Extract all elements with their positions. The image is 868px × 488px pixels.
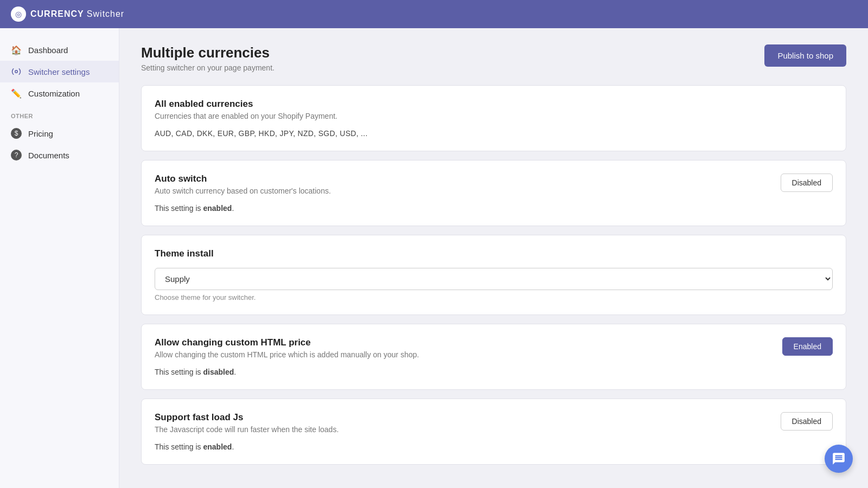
card-header-fast: Support fast load Js The Javascript code… (155, 412, 833, 434)
customization-icon: ✏️ (11, 88, 22, 99)
card-desc-html: Allow changing the custom HTML price whi… (155, 350, 419, 359)
sidebar-item-dashboard[interactable]: 🏠 Dashboard (0, 39, 119, 61)
page-header: Multiple currencies Setting switcher on … (141, 44, 846, 72)
card-header: All enabled currencies Currencies that a… (155, 99, 833, 120)
fast-load-toggle[interactable]: Disabled (781, 412, 833, 431)
card-text-html: Allow changing custom HTML price Allow c… (155, 337, 419, 359)
card-desc-currencies: Currencies that are enabled on your Shop… (155, 112, 337, 120)
pricing-icon: $ (11, 128, 22, 139)
logo-icon: ◎ (11, 7, 26, 22)
page-title: Multiple currencies (141, 44, 275, 61)
main-content: Multiple currencies Setting switcher on … (119, 28, 868, 488)
logo-text: CURRENCY Switcher (30, 9, 124, 19)
card-title-currencies: All enabled currencies (155, 99, 337, 110)
publish-button[interactable]: Publish to shop (764, 44, 846, 67)
custom-html-status: This setting is disabled. (155, 368, 833, 376)
theme-select[interactable]: Supply (155, 268, 833, 290)
svg-point-0 (15, 70, 18, 73)
card-theme-install: Theme install Supply Choose theme for yo… (141, 235, 846, 315)
auto-switch-status: This setting is enabled. (155, 204, 833, 213)
card-fast-load: Support fast load Js The Javascript code… (141, 399, 846, 465)
topbar: ◎ CURRENCY Switcher (0, 0, 868, 28)
sidebar-item-documents[interactable]: ? Documents (0, 144, 119, 166)
sidebar-label-customization: Customization (28, 89, 80, 98)
card-title-html: Allow changing custom HTML price (155, 337, 419, 348)
card-all-currencies: All enabled currencies Currencies that a… (141, 85, 846, 151)
currencies-list: AUD, CAD, DKK, EUR, GBP, HKD, JPY, NZD, … (155, 129, 833, 138)
card-custom-html: Allow changing custom HTML price Allow c… (141, 324, 846, 390)
auto-switch-toggle[interactable]: Disabled (781, 174, 833, 192)
layout: 🏠 Dashboard Switcher settings ✏️ Customi… (0, 28, 868, 488)
theme-hint: Choose theme for your switcher. (155, 293, 833, 301)
sidebar-label-pricing: Pricing (28, 129, 53, 138)
card-desc-fast: The Javascript code will run faster when… (155, 425, 339, 434)
sidebar-item-pricing[interactable]: $ Pricing (0, 123, 119, 144)
theme-select-wrap: Supply Choose theme for your switcher. (155, 268, 833, 301)
sidebar-label-dashboard: Dashboard (28, 46, 68, 55)
card-header-auto: Auto switch Auto switch currency based o… (155, 174, 833, 195)
sidebar: 🏠 Dashboard Switcher settings ✏️ Customi… (0, 28, 119, 488)
logo: ◎ CURRENCY Switcher (11, 7, 124, 22)
card-title-fast: Support fast load Js (155, 412, 339, 423)
switcher-icon (11, 66, 22, 77)
custom-html-toggle[interactable]: Enabled (782, 337, 833, 356)
sidebar-section-other: OTHER (0, 104, 119, 123)
card-auto-switch: Auto switch Auto switch currency based o… (141, 160, 846, 226)
home-icon: 🏠 (11, 44, 22, 55)
chat-button[interactable] (825, 445, 853, 473)
fast-load-status: This setting is enabled. (155, 442, 833, 451)
card-text-fast: Support fast load Js The Javascript code… (155, 412, 339, 434)
card-title-auto: Auto switch (155, 174, 331, 184)
card-text-auto: Auto switch Auto switch currency based o… (155, 174, 331, 195)
card-text: All enabled currencies Currencies that a… (155, 99, 337, 120)
sidebar-item-switcher-settings[interactable]: Switcher settings (0, 61, 119, 82)
sidebar-item-customization[interactable]: ✏️ Customization (0, 82, 119, 104)
documents-icon: ? (11, 150, 22, 160)
page-header-text: Multiple currencies Setting switcher on … (141, 44, 275, 72)
card-header-html: Allow changing custom HTML price Allow c… (155, 337, 833, 359)
card-desc-auto: Auto switch currency based on customer's… (155, 187, 331, 195)
sidebar-label-switcher: Switcher settings (28, 67, 90, 76)
card-title-theme: Theme install (155, 248, 833, 259)
sidebar-label-documents: Documents (28, 151, 69, 160)
page-subtitle: Setting switcher on your page payment. (141, 63, 275, 72)
